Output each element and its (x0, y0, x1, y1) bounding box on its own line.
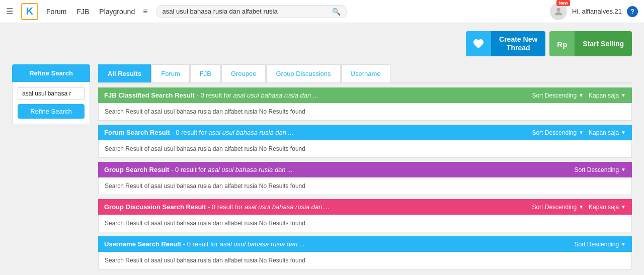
nav-forum[interactable]: Forum (46, 8, 66, 16)
fjb-result-body: Search Result of asal usul bahasa rusia … (98, 103, 632, 121)
sidebar-refine-button[interactable]: Refine Search (18, 104, 85, 119)
search-button[interactable]: 🔍 (332, 8, 341, 16)
group-discussion-sort-dropdown[interactable]: Sort Descending ▼ (532, 204, 584, 211)
svg-text:Rp: Rp (557, 40, 568, 49)
start-selling-label: Start Selling (575, 31, 632, 56)
forum-result-section: Forum Search Result - 0 result for asal … (98, 125, 632, 158)
menu-icon[interactable]: ☰ (6, 7, 13, 16)
sidebar-title: Refine Search (12, 64, 90, 82)
group-result-title: Group Search Result - 0 result for asal … (104, 166, 293, 173)
username-text: Hi, alfianalves.21 (572, 8, 622, 15)
group-discussion-result-section: Group Discussion Search Result - 0 resul… (98, 199, 632, 232)
nav-playground[interactable]: Playground (99, 8, 135, 16)
group-discussion-result-body: Search Result of asal usul bahasa rusia … (98, 215, 632, 232)
group-discussion-result-header: Group Discussion Search Result - 0 resul… (98, 199, 632, 215)
tab-forum[interactable]: Forum (151, 64, 190, 82)
nav-fjb[interactable]: FJB (76, 8, 89, 16)
fjb-controls: Sort Descending ▼ Kapan saja ▼ (532, 92, 626, 99)
logo[interactable]: K (21, 3, 38, 20)
username-result-section: Username Search Result - 0 result for as… (98, 236, 632, 269)
fjb-kapan-dropdown[interactable]: Kapan saja ▼ (589, 92, 626, 99)
forum-controls: Sort Descending ▼ Kapan saja ▼ (532, 129, 626, 136)
sidebar: Refine Search Refine Search (12, 64, 90, 269)
start-selling-icon-area: Rp (549, 31, 575, 56)
new-badge: New (556, 0, 570, 6)
forum-result-header: Forum Search Result - 0 result for asal … (98, 125, 632, 140)
sidebar-search-input[interactable] (18, 87, 85, 100)
logo-k: K (26, 6, 33, 17)
avatar-wrap: New (550, 3, 567, 20)
svg-point-0 (556, 8, 560, 11)
group-sort-dropdown[interactable]: Sort Descending ▼ (574, 166, 626, 173)
tabs-bar: All Results Forum FJB Groupee Group Disc… (98, 64, 632, 83)
username-result-body: Search Result of asal usul bahasa rusia … (98, 252, 632, 269)
create-thread-label: Create NewThread (491, 31, 545, 56)
tab-group-discussions[interactable]: Group Discussions (266, 64, 340, 82)
tab-all-results[interactable]: All Results (98, 64, 151, 82)
main-content: Refine Search Refine Search All Results … (0, 64, 644, 275)
header-right: New Hi, alfianalves.21 ? (550, 3, 638, 20)
forum-kapan-dropdown[interactable]: Kapan saja ▼ (589, 129, 626, 136)
hamburger-icon[interactable]: ≡ (143, 7, 147, 16)
forum-sort-dropdown[interactable]: Sort Descending ▼ (532, 129, 584, 136)
forum-result-body: Search Result of asal usul bahasa rusia … (98, 140, 632, 158)
tab-username[interactable]: Username (341, 64, 390, 82)
create-thread-button[interactable]: Create NewThread (466, 31, 545, 56)
group-result-section: Group Search Result - 0 result for asal … (98, 162, 632, 195)
group-controls: Sort Descending ▼ (574, 166, 626, 173)
fjb-result-section: FJB Classified Search Result - 0 result … (98, 87, 632, 121)
search-input[interactable] (163, 8, 332, 15)
create-thread-icon-area (466, 31, 491, 56)
start-selling-button[interactable]: Rp Start Selling (549, 31, 632, 56)
fjb-sort-dropdown[interactable]: Sort Descending ▼ (532, 92, 584, 99)
fjb-result-title: FJB Classified Search Result - 0 result … (104, 91, 318, 99)
username-result-title: Username Search Result - 0 result for as… (104, 240, 305, 248)
group-discussion-result-title: Group Discussion Search Result - 0 resul… (104, 203, 330, 211)
search-bar: 🔍 (156, 5, 347, 18)
tab-fjb[interactable]: FJB (190, 64, 221, 82)
forum-result-title: Forum Search Result - 0 result for asal … (104, 129, 293, 136)
help-icon[interactable]: ? (627, 6, 638, 17)
results-area: All Results Forum FJB Groupee Group Disc… (98, 64, 632, 269)
group-discussion-controls: Sort Descending ▼ Kapan saja ▼ (532, 204, 626, 211)
sidebar-body: Refine Search (12, 82, 90, 124)
group-result-body: Search Result of asal usul bahasa rusia … (98, 177, 632, 195)
group-discussion-kapan-dropdown[interactable]: Kapan saja ▼ (589, 204, 626, 211)
username-result-header: Username Search Result - 0 result for as… (98, 236, 632, 252)
username-controls: Sort Descending ▼ (574, 241, 626, 248)
tab-groupee[interactable]: Groupee (221, 64, 266, 82)
username-sort-dropdown[interactable]: Sort Descending ▼ (574, 241, 626, 248)
nav-links: Forum FJB Playground (46, 8, 135, 16)
action-area: Create NewThread Rp Start Selling (0, 23, 644, 64)
header: ☰ K Forum FJB Playground ≡ 🔍 New Hi, alf… (0, 0, 644, 23)
group-result-header: Group Search Result - 0 result for asal … (98, 162, 632, 177)
fjb-result-header: FJB Classified Search Result - 0 result … (98, 87, 632, 103)
